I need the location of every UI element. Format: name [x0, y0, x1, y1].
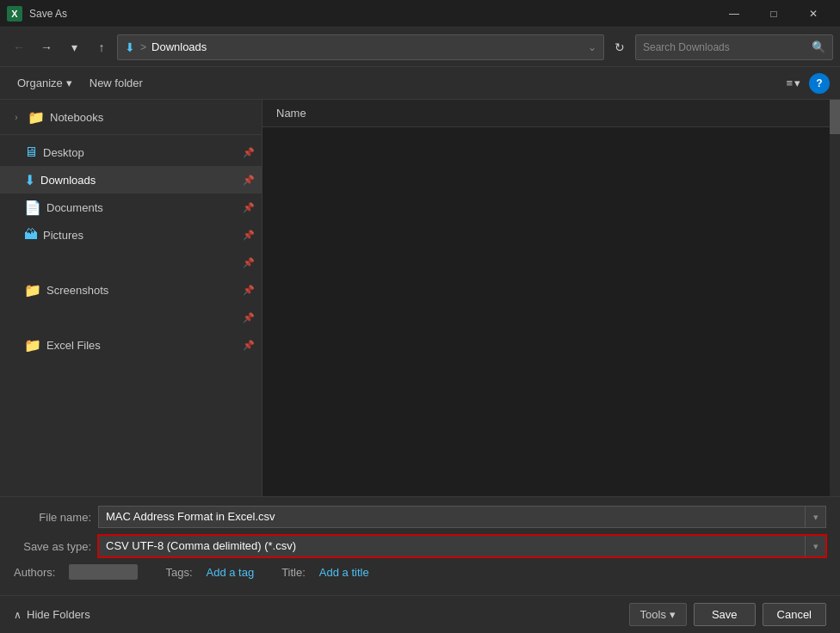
file-header: Name [262, 100, 830, 127]
add-tag-link[interactable]: Add a tag [207, 566, 255, 579]
hide-folders-chevron: ∧ [14, 609, 22, 621]
tools-label: Tools [640, 608, 666, 621]
recent-locations-button[interactable]: ▾ [62, 35, 86, 59]
file-list [262, 127, 830, 496]
forward-button[interactable]: → [34, 35, 59, 59]
new-folder-button[interactable]: New folder [83, 73, 150, 93]
organize-button[interactable]: Organize ▾ [10, 73, 79, 93]
file-name-dropdown[interactable]: MAC Address Format in Excel.csv ▾ [98, 506, 826, 528]
sidebar-item-label: Notebooks [50, 111, 255, 124]
sidebar-item-documents[interactable]: 📄 Documents 📌 [0, 194, 262, 221]
tools-button[interactable]: Tools ▾ [629, 603, 687, 626]
pin-icon: 📌 [243, 147, 255, 158]
sidebar-item-blank1[interactable]: 📌 [0, 249, 262, 276]
excel-logo: X [7, 6, 22, 22]
location-dropdown-icon[interactable]: ⌄ [588, 41, 596, 53]
file-name-dropdown-arrow[interactable]: ▾ [805, 507, 825, 527]
pin-icon: 📌 [243, 202, 255, 213]
help-button[interactable]: ? [809, 73, 830, 94]
excel-files-folder-icon: 📁 [24, 337, 41, 353]
bottom-panel: File name: MAC Address Format in Excel.c… [0, 496, 840, 595]
footer-right: Tools ▾ Save Cancel [629, 603, 826, 626]
hide-folders-button[interactable]: ∧ Hide Folders [14, 608, 90, 621]
sidebar-item-blank2[interactable]: 📌 [0, 304, 262, 331]
pin-icon: 📌 [243, 175, 255, 186]
sidebar-item-label: Excel Files [46, 339, 238, 352]
sidebar-resize-handle[interactable] [258, 100, 262, 496]
sidebar-divider [0, 134, 262, 135]
location-separator: > [140, 41, 146, 53]
maximize-button[interactable]: □ [754, 0, 794, 28]
app-icon: X [7, 6, 22, 22]
authors-label: Authors: [14, 566, 55, 579]
pin-icon: 📌 [243, 312, 255, 323]
sidebar-item-screenshots[interactable]: 📁 Screenshots 📌 [0, 276, 262, 304]
save-as-type-value: CSV UTF-8 (Comma delimited) (*.csv) [99, 535, 805, 557]
save-button[interactable]: Save [694, 603, 756, 626]
sidebar-item-pictures[interactable]: 🏔 Pictures 📌 [0, 221, 262, 249]
forward-icon: → [40, 40, 52, 54]
save-as-type-dropdown-arrow[interactable]: ▾ [805, 536, 825, 556]
cancel-button[interactable]: Cancel [763, 603, 826, 626]
sidebar-item-label: Screenshots [46, 284, 238, 297]
view-button[interactable]: ≡ ▾ [781, 73, 806, 93]
file-name-row: File name: MAC Address Format in Excel.c… [14, 506, 826, 528]
search-icon: 🔍 [812, 40, 825, 53]
documents-icon: 📄 [24, 200, 41, 216]
up-button[interactable]: ↑ [90, 35, 114, 59]
main-content: › 📁 Notebooks 🖥 Desktop 📌 ⬇ Downloads 📌 … [0, 100, 840, 496]
pin-icon: 📌 [243, 285, 255, 296]
dropdown-icon: ▾ [71, 40, 77, 54]
scrollbar-thumb[interactable] [830, 100, 840, 134]
sidebar-item-downloads[interactable]: ⬇ Downloads 📌 [0, 166, 262, 194]
file-name-label: File name: [14, 511, 91, 524]
save-as-type-label: Save as type: [14, 540, 91, 553]
close-button[interactable]: ✕ [794, 0, 833, 28]
new-folder-label: New folder [90, 77, 143, 89]
add-title-link[interactable]: Add a title [319, 566, 369, 579]
back-button[interactable]: ← [7, 35, 31, 59]
hide-folders-label: Hide Folders [27, 608, 90, 621]
toolbar: Organize ▾ New folder ≡ ▾ ? [0, 67, 840, 100]
desktop-icon: 🖥 [24, 144, 38, 160]
search-bar[interactable]: 🔍 [635, 34, 833, 60]
minimize-button[interactable]: — [714, 0, 754, 28]
organize-label: Organize [17, 77, 63, 89]
location-bar[interactable]: ⬇ > Downloads ⌄ [117, 34, 604, 60]
view-icon: ≡ [786, 77, 793, 89]
file-name-value: MAC Address Format in Excel.csv [99, 506, 805, 528]
organize-arrow: ▾ [66, 77, 72, 89]
sidebar: › 📁 Notebooks 🖥 Desktop 📌 ⬇ Downloads 📌 … [0, 100, 262, 496]
sidebar-item-notebooks[interactable]: › 📁 Notebooks [0, 103, 262, 131]
sidebar-item-label: Pictures [43, 229, 238, 242]
footer: ∧ Hide Folders Tools ▾ Save Cancel [0, 595, 840, 633]
refresh-icon: ↻ [615, 40, 625, 54]
refresh-button[interactable]: ↻ [608, 35, 632, 59]
sidebar-item-label: Desktop [43, 146, 238, 159]
downloads-icon: ⬇ [24, 172, 35, 188]
back-icon: ← [13, 40, 25, 54]
toolbar-right: ≡ ▾ ? [781, 73, 830, 94]
window-title: Save As [29, 8, 714, 20]
location-folder-icon: ⬇ [125, 40, 135, 54]
pictures-icon: 🏔 [24, 227, 38, 243]
save-as-type-dropdown[interactable]: CSV UTF-8 (Comma delimited) (*.csv) ▾ [98, 535, 826, 557]
scrollbar-track[interactable] [830, 100, 840, 496]
screenshots-folder-icon: 📁 [24, 282, 41, 298]
sidebar-item-label: Documents [46, 201, 238, 214]
sidebar-item-desktop[interactable]: 🖥 Desktop 📌 [0, 138, 262, 166]
file-area: Name [262, 100, 830, 496]
search-input[interactable] [643, 41, 806, 53]
meta-row: Authors: Tags: Add a tag Title: Add a ti… [14, 564, 826, 580]
scrollbar[interactable] [830, 100, 840, 496]
save-as-type-row: Save as type: CSV UTF-8 (Comma delimited… [14, 535, 826, 557]
pin-icon: 📌 [243, 340, 255, 351]
up-icon: ↑ [99, 40, 105, 54]
folder-icon: 📁 [28, 109, 45, 126]
column-name: Name [276, 107, 306, 120]
location-name: Downloads [151, 40, 207, 53]
window-controls: — □ ✕ [714, 0, 833, 28]
author-value [69, 564, 138, 580]
sidebar-item-label: Downloads [40, 174, 238, 187]
sidebar-item-excel-files[interactable]: 📁 Excel Files 📌 [0, 331, 262, 359]
